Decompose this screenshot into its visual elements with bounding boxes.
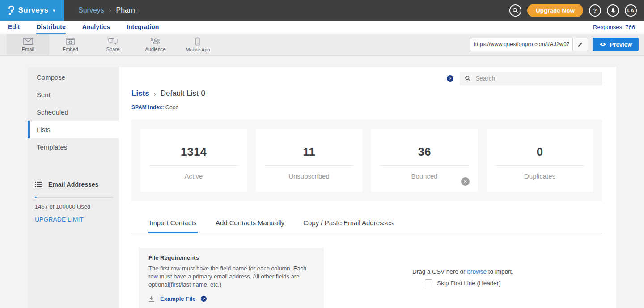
product-name: Surveys: [18, 6, 49, 15]
pencil-icon: [577, 42, 583, 47]
toolbar-item-mobile-app[interactable]: Mobile App: [177, 34, 219, 55]
search-icon: [513, 8, 518, 13]
close-icon: ✕: [463, 179, 467, 184]
embed-icon: [66, 38, 75, 45]
toolbar-item-share[interactable]: Share: [92, 34, 134, 55]
chevron-down-icon: ▼: [52, 9, 56, 13]
tab-analytics[interactable]: Analytics: [82, 21, 110, 34]
help-icon: ?: [593, 7, 597, 14]
clear-bounced-button[interactable]: ✕: [461, 177, 470, 186]
stat-card-active: 1314 Active: [140, 129, 247, 192]
help-button[interactable]: ?: [589, 4, 601, 17]
preview-button[interactable]: Preview: [593, 38, 639, 51]
search-input[interactable]: [475, 74, 597, 82]
questionpro-logo-icon: [8, 5, 15, 16]
usage-progress-fill: [35, 197, 37, 198]
tab-import-contacts[interactable]: Import Contacts: [148, 215, 198, 233]
email-addresses-header: Email Addresses: [35, 181, 113, 188]
survey-nav: Edit Distribute Analytics Integration Re…: [0, 21, 644, 34]
sidebar-item-sent[interactable]: Sent: [28, 86, 119, 103]
drag-text-prefix: Drag a CSV here or: [412, 268, 467, 275]
page-body: Compose Sent Scheduled Lists Templates: [0, 56, 644, 308]
browse-link[interactable]: browse: [467, 268, 487, 275]
edit-url-button[interactable]: [572, 38, 588, 51]
user-avatar[interactable]: LA: [625, 4, 637, 17]
breadcrumb-separator-icon: ›: [154, 90, 156, 98]
toolbar-item-email[interactable]: Email: [7, 34, 49, 55]
mobile-app-icon: [195, 37, 200, 46]
stat-label: Bounced: [411, 172, 437, 180]
skip-first-line-checkbox[interactable]: [425, 279, 432, 287]
email-icon: [23, 38, 33, 45]
product-switcher[interactable]: Surveys ▼: [0, 0, 64, 21]
survey-nav-tabs: Edit Distribute Analytics Integration: [8, 21, 159, 34]
spam-index-label[interactable]: SPAM Index:: [131, 104, 164, 111]
share-icon: [108, 38, 118, 45]
csv-drop-area[interactable]: Drag a CSV here or browse to import. Ski…: [324, 248, 602, 308]
distribute-toolbar: Email Embed: [0, 34, 644, 56]
top-bar: Surveys ▼ Surveys › Pharma Upgrade Now ?: [0, 0, 644, 21]
stat-card-bounced: 36 Bounced ✕: [371, 129, 478, 192]
divider: [265, 165, 353, 166]
search-help-icon[interactable]: ?: [447, 75, 453, 82]
tab-distribute[interactable]: Distribute: [36, 21, 65, 34]
email-sidebar: Compose Sent Scheduled Lists Templates: [28, 67, 119, 308]
email-addresses-section: Email Addresses 1467 of 100000 Used UPGR…: [28, 181, 119, 223]
notifications-button[interactable]: [607, 4, 619, 17]
responses-count: Responses: 766: [593, 21, 644, 34]
eye-icon: [599, 42, 606, 47]
usage-progress-bar: [35, 197, 113, 198]
breadcrumb: Surveys › Pharma: [78, 6, 136, 14]
contact-tabs: Import Contacts Add Contacts Manually Co…: [131, 215, 602, 233]
sidebar-item-lists[interactable]: Lists: [28, 121, 119, 138]
example-file-help-icon[interactable]: ?: [201, 296, 207, 302]
stat-value: 0: [537, 145, 543, 159]
email-addresses-title: Email Addresses: [48, 181, 98, 188]
skip-first-line-label[interactable]: Skip First Line (Header): [437, 280, 501, 287]
stat-value: 11: [303, 145, 315, 159]
sidebar-item-scheduled[interactable]: Scheduled: [28, 103, 119, 121]
toolbar-item-audience[interactable]: $ Audience: [134, 34, 177, 55]
list-breadcrumb: Lists › Default List-0: [131, 89, 602, 98]
import-contacts-panel: File Requirements The first row must hav…: [131, 248, 602, 308]
survey-url-box: [470, 38, 588, 51]
contacts-search-box: [460, 72, 602, 85]
list-stats-panel: 1314 Active 11 Unsubscribed 36 Bounced: [131, 120, 602, 201]
audience-icon: $: [150, 37, 161, 45]
sidebar-item-compose[interactable]: Compose: [28, 68, 119, 86]
toolbar-item-embed[interactable]: Embed: [49, 34, 92, 55]
search-button[interactable]: [509, 4, 521, 17]
stat-card-duplicates: 0 Duplicates: [487, 129, 593, 192]
upgrade-limit-link[interactable]: UPGRADE LIMIT: [35, 216, 113, 223]
file-requirements-box: File Requirements The first row must hav…: [139, 248, 324, 308]
toolbar-item-label: Share: [106, 47, 119, 52]
survey-url-input[interactable]: [470, 41, 572, 47]
list-icon: [35, 181, 42, 188]
stat-value: 36: [418, 145, 431, 159]
skip-first-line-row: Skip First Line (Header): [425, 279, 501, 287]
lists-main: ? Lists › Default List-0: [119, 67, 616, 308]
bell-icon: [610, 8, 616, 13]
tab-integration[interactable]: Integration: [127, 21, 159, 34]
upgrade-now-button[interactable]: Upgrade Now: [527, 4, 583, 17]
divider: [496, 165, 584, 166]
stat-card-unsubscribed: 11 Unsubscribed: [256, 129, 362, 192]
tab-add-contacts-manually[interactable]: Add Contacts Manually: [215, 215, 285, 233]
preview-label: Preview: [610, 41, 632, 48]
tab-edit[interactable]: Edit: [8, 21, 20, 34]
breadcrumb-surveys-link[interactable]: Surveys: [78, 6, 104, 14]
example-file-link[interactable]: Example File: [160, 295, 195, 302]
usage-text: 1467 of 100000 Used: [35, 203, 113, 210]
toolbar-right: Preview: [470, 38, 639, 51]
divider: [149, 165, 238, 166]
stat-value: 1314: [181, 145, 207, 159]
divider: [380, 165, 469, 166]
topbar-actions: Upgrade Now ? LA: [509, 4, 644, 17]
lists-link[interactable]: Lists: [131, 89, 149, 98]
tab-copy-paste-email-addresses[interactable]: Copy / Paste Email Addresses: [302, 215, 394, 233]
stat-label: Unsubscribed: [288, 172, 330, 180]
download-icon: [148, 296, 155, 302]
sidebar-item-templates[interactable]: Templates: [28, 138, 119, 156]
stat-label: Active: [185, 172, 203, 180]
breadcrumb-separator-icon: ›: [109, 7, 111, 14]
